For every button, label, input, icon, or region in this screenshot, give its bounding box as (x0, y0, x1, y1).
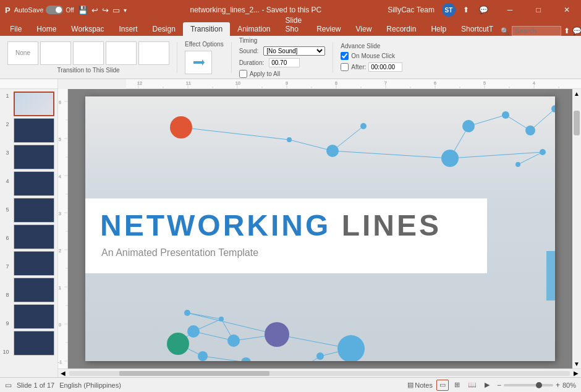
comments-ribbon-icon[interactable]: 💬 (572, 27, 581, 35)
zoom-percent: 80% (562, 381, 576, 389)
scroll-down-arrow[interactable]: ▼ (572, 359, 581, 369)
user-avatar[interactable]: ST (442, 3, 456, 17)
app-logo: P (5, 6, 11, 15)
language-info: English (Philippines) (59, 381, 121, 389)
transition-preview-none[interactable]: None (7, 41, 38, 65)
tab-workspace[interactable]: Workspac (64, 22, 111, 36)
slide-numbers: 1 2 3 4 5 6 7 8 9 10 (0, 89, 11, 377)
slide-panel (11, 89, 58, 377)
title-bar-right: SillyCac Team ST ⬆ 💬 ─ □ ✕ (385, 0, 576, 20)
search-icon: 🔍 (501, 27, 509, 35)
svg-point-110 (167, 333, 189, 355)
scrollbar-thumb-vertical[interactable] (574, 111, 580, 135)
svg-point-107 (515, 162, 520, 167)
zoom-in-icon[interactable]: + (556, 381, 560, 390)
tab-slideshow[interactable]: Slide Sho (278, 14, 310, 36)
save-icon[interactable]: 💾 (78, 6, 88, 15)
zoom-slider-thumb[interactable] (536, 382, 542, 388)
slide-thumb-8[interactable] (14, 278, 54, 302)
svg-point-118 (337, 335, 365, 361)
transition-preview-4[interactable] (138, 41, 169, 65)
svg-text:0: 0 (59, 323, 61, 327)
slide-thumb-10[interactable] (14, 331, 54, 356)
scroll-thumb-h[interactable] (119, 371, 269, 376)
view-slide-sorter[interactable]: ⊞ (451, 380, 464, 391)
slide-thumb-2[interactable] (14, 118, 54, 143)
svg-line-67 (450, 152, 543, 158)
tab-recording[interactable]: Recordin (379, 22, 423, 36)
close-button[interactable]: ✕ (553, 0, 581, 20)
restore-button[interactable]: □ (524, 0, 553, 20)
transition-preview-2[interactable] (73, 41, 104, 65)
present-icon[interactable]: ▭ (112, 6, 120, 15)
slide-thumb-5[interactable] (14, 198, 54, 223)
slide-thumb-9[interactable] (14, 304, 54, 329)
scroll-right-arrow[interactable]: ▶ (571, 369, 581, 378)
slide-thumb-1[interactable] (14, 92, 54, 116)
svg-point-108 (184, 310, 190, 316)
slide-num-3: 3 (0, 150, 11, 178)
autosave-switch[interactable] (46, 6, 63, 14)
after-checkbox[interactable] (341, 63, 349, 71)
scrollbar-vertical[interactable]: ▲ ▼ (572, 89, 581, 369)
tab-transition[interactable]: Transition (183, 22, 230, 36)
svg-text:12: 12 (137, 81, 142, 85)
slide-num-1: 1 (0, 93, 11, 121)
svg-point-97 (462, 120, 475, 132)
effect-options-btn[interactable] (185, 51, 212, 74)
zoom-out-icon[interactable]: − (497, 381, 501, 390)
tab-file[interactable]: File (2, 22, 29, 36)
svg-point-98 (502, 111, 509, 119)
scroll-track-h[interactable] (69, 371, 570, 376)
scroll-left-arrow[interactable]: ◀ (58, 369, 68, 378)
svg-point-114 (198, 351, 208, 361)
scrollbar-horizontal[interactable]: ◀ ▶ (58, 369, 581, 377)
svg-text:6: 6 (59, 100, 61, 104)
zoom-slider[interactable] (504, 384, 553, 386)
advance-label: Advance Slide (341, 43, 402, 49)
view-reading[interactable]: 📖 (466, 380, 478, 391)
comments-icon[interactable]: 💬 (477, 4, 491, 15)
window-controls: ─ □ ✕ (496, 0, 581, 20)
apply-all-checkbox[interactable] (239, 70, 247, 78)
slide-thumb-7[interactable] (14, 251, 54, 276)
view-normal[interactable]: ▭ (436, 380, 449, 391)
notes-icon: ▤ (407, 381, 413, 389)
autosave-label: AutoSave (14, 6, 44, 14)
tab-design[interactable]: Design (145, 22, 183, 36)
undo-icon[interactable]: ↩ (91, 6, 98, 15)
transition-preview-1[interactable] (40, 41, 71, 65)
notes-button[interactable]: ▤ Notes (407, 381, 433, 389)
share-icon[interactable]: ⬆ (460, 4, 472, 15)
slide-num-7: 7 (0, 263, 11, 292)
tab-view[interactable]: View (349, 22, 380, 36)
view-slideshow[interactable]: ▶ (481, 380, 493, 391)
slide-thumb-4[interactable] (14, 171, 54, 196)
slide-thumb-3[interactable] (14, 145, 54, 169)
sound-dropdown[interactable]: [No Sound] (263, 46, 325, 56)
duration-input[interactable] (269, 58, 300, 67)
on-click-checkbox[interactable] (341, 52, 349, 60)
svg-text:5: 5 (59, 137, 61, 142)
tab-shortcuts[interactable]: ShortcutT (454, 22, 501, 36)
search-input[interactable] (512, 26, 561, 36)
slide-thumb-6[interactable] (14, 224, 54, 249)
slide-canvas[interactable]: NETWORKING LINES An Animated Presentatio… (68, 89, 572, 369)
tab-insert[interactable]: Insert (112, 22, 145, 36)
slide-title-working: WORKING (167, 209, 331, 242)
tab-help[interactable]: Help (423, 22, 454, 36)
scroll-up-arrow[interactable]: ▲ (572, 89, 581, 98)
redo-icon[interactable]: ↪ (102, 6, 109, 15)
after-time-input[interactable] (368, 62, 402, 72)
timing-label: Timing (239, 37, 326, 44)
team-name: SillyCac Team (385, 4, 437, 15)
zoom-control: − + 80% (497, 381, 576, 390)
svg-line-78 (203, 356, 246, 361)
transition-preview-3[interactable] (106, 41, 137, 65)
svg-text:2: 2 (59, 249, 61, 253)
minimize-button[interactable]: ─ (496, 0, 524, 20)
tab-home[interactable]: Home (29, 22, 64, 36)
svg-text:7: 7 (384, 81, 387, 85)
autosave-toggle[interactable]: AutoSave Off (14, 6, 74, 14)
share-ribbon-icon[interactable]: ⬆ (564, 27, 570, 35)
